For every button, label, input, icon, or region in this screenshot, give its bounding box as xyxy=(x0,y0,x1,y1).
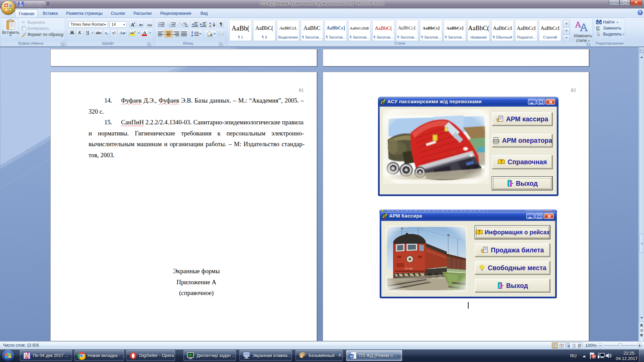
svg-text:W: W xyxy=(350,355,353,358)
svg-text:?: ? xyxy=(478,229,480,234)
svg-text:Я: Я xyxy=(209,25,211,27)
svg-text:i: i xyxy=(183,26,183,27)
svg-text:3: 3 xyxy=(169,26,171,27)
svg-text:?: ? xyxy=(500,159,503,164)
svg-text:А: А xyxy=(209,22,211,25)
